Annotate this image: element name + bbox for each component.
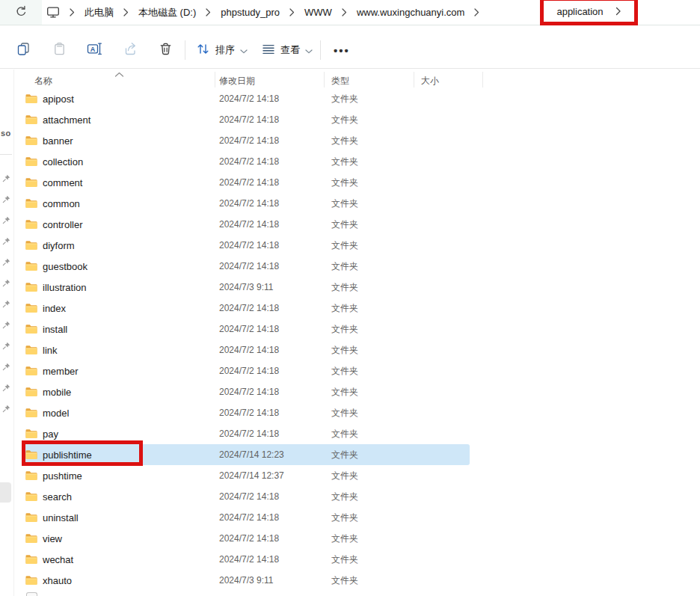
pin-icon [0, 230, 12, 251]
file-date: 2024/7/3 9:11 [215, 575, 324, 586]
sidebar-pins [0, 168, 12, 419]
address-bar: 此电脑 本地磁盘 (D:) phpstudy_pro WWW www.wuxin… [0, 0, 700, 25]
column-header-type[interactable]: 类型 [331, 75, 349, 87]
file-name: pushtime [43, 470, 82, 482]
column-resize-handle[interactable] [324, 72, 325, 87]
copy-button[interactable] [8, 35, 38, 65]
breadcrumb-item[interactable]: 此电脑 [85, 6, 114, 19]
table-row[interactable]: view 2024/7/2 14:18 文件夹 [22, 528, 470, 549]
table-row[interactable]: comment 2024/7/2 14:18 文件夹 [22, 172, 470, 193]
column-header-date[interactable]: 修改日期 [219, 75, 255, 87]
table-row[interactable]: link 2024/7/2 14:18 文件夹 [22, 340, 470, 360]
file-name: apipost [43, 93, 74, 105]
column-resize-handle[interactable] [414, 72, 414, 87]
column-resize-handle[interactable] [215, 72, 215, 87]
breadcrumb-item[interactable]: WWW [304, 7, 332, 18]
rename-icon: A [87, 42, 102, 58]
chevron-right-icon [342, 8, 347, 16]
share-button[interactable] [115, 35, 145, 65]
view-dropdown-button[interactable]: 查看 [257, 35, 317, 65]
table-row[interactable]: xhauto 2024/7/3 9:11 文件夹 [22, 570, 470, 591]
file-name: wechat [43, 554, 73, 565]
file-type: 文件夹 [324, 323, 414, 336]
file-type: 文件夹 [324, 239, 414, 252]
file-date: 2024/7/2 14:18 [215, 240, 324, 251]
table-row[interactable]: member 2024/7/2 14:18 文件夹 [22, 360, 470, 381]
folder-icon [25, 366, 37, 376]
breadcrumb-item[interactable]: phpstudy_pro [221, 7, 280, 18]
file-type: 文件夹 [324, 491, 414, 503]
column-header-row: 名称 修改日期 类型 大小 [0, 70, 700, 90]
file-date: 2024/7/2 14:18 [215, 533, 324, 544]
sort-dropdown-button[interactable]: 排序 [191, 35, 252, 65]
table-row[interactable]: common 2024/7/2 14:18 文件夹 [22, 193, 470, 214]
table-row[interactable]: illustration 2024/7/3 9:11 文件夹 [22, 277, 470, 298]
column-header-name[interactable]: 名称 [34, 75, 52, 87]
folder-icon [25, 177, 37, 188]
pin-icon [0, 398, 12, 419]
paste-button[interactable] [44, 35, 74, 65]
folder-icon [25, 428, 37, 439]
file-name: member [43, 366, 79, 377]
table-row[interactable]: collection 2024/7/2 14:18 文件夹 [22, 151, 470, 172]
table-row[interactable]: pushtime 2024/7/14 12:37 文件夹 [22, 465, 470, 486]
folder-icon [25, 408, 37, 418]
pin-icon [0, 168, 12, 188]
refresh-button[interactable] [10, 2, 31, 23]
table-row[interactable]: controller 2024/7/2 14:18 文件夹 [22, 214, 470, 235]
table-row[interactable]: install 2024/7/2 14:18 文件夹 [22, 319, 470, 340]
share-icon [123, 42, 138, 58]
chevron-right-icon [474, 8, 479, 16]
partial-file-icon [26, 592, 37, 596]
navigation-pane-sliver: so [0, 70, 13, 596]
sort-ascending-icon [114, 67, 124, 81]
more-options-button[interactable]: ••• [327, 35, 357, 65]
toolbar: A [0, 25, 700, 69]
file-date: 2024/7/14 12:37 [215, 470, 324, 481]
nav-selected-item-sliver[interactable] [0, 482, 11, 503]
toolbar-separator [185, 40, 185, 60]
folder-icon [25, 470, 37, 481]
table-row[interactable]: diyform 2024/7/2 14:18 文件夹 [22, 235, 470, 256]
rename-button[interactable]: A [79, 35, 109, 65]
table-row[interactable]: search 2024/7/2 14:18 文件夹 [22, 486, 470, 507]
file-type: 文件夹 [324, 574, 414, 587]
folder-icon [25, 114, 37, 125]
delete-icon [159, 42, 173, 58]
folder-icon [25, 261, 37, 271]
table-row[interactable]: mobile 2024/7/2 14:18 文件夹 [22, 381, 470, 402]
folder-icon [25, 387, 37, 397]
chevron-right-icon[interactable] [615, 7, 621, 16]
folder-icon [25, 533, 37, 544]
this-pc-icon [46, 6, 60, 19]
file-list: apipost 2024/7/2 14:18 文件夹 attachment 20… [22, 88, 470, 591]
folder-icon [25, 512, 37, 523]
file-date: 2024/7/2 14:18 [215, 198, 324, 209]
file-type: 文件夹 [324, 260, 414, 273]
file-type: 文件夹 [324, 156, 414, 168]
table-row[interactable]: uninstall 2024/7/2 14:18 文件夹 [22, 507, 470, 528]
file-date: 2024/7/14 12:23 [215, 449, 324, 460]
breadcrumb-item-application[interactable]: application [556, 6, 603, 17]
column-resize-handle[interactable] [482, 72, 483, 87]
table-row[interactable]: index 2024/7/2 14:18 文件夹 [22, 298, 470, 319]
red-annotation-box-publishtime [22, 440, 143, 466]
file-type: 文件夹 [324, 135, 414, 147]
refresh-icon [15, 5, 28, 20]
folder-icon [25, 303, 37, 313]
table-row[interactable]: attachment 2024/7/2 14:18 文件夹 [22, 109, 470, 130]
breadcrumb-item[interactable]: www.wuxingchuanyi.com [357, 7, 465, 18]
breadcrumb-item[interactable]: 本地磁盘 (D:) [138, 6, 196, 19]
table-row[interactable]: guestbook 2024/7/2 14:18 文件夹 [22, 256, 470, 277]
table-row[interactable]: model 2024/7/2 14:18 文件夹 [22, 402, 470, 423]
delete-button[interactable] [150, 35, 180, 65]
file-name: collection [43, 156, 83, 168]
file-type: 文件夹 [324, 449, 414, 461]
file-date: 2024/7/2 14:18 [215, 366, 324, 376]
pin-icon [0, 377, 12, 398]
file-type: 文件夹 [324, 302, 414, 315]
table-row[interactable]: wechat 2024/7/2 14:18 文件夹 [22, 549, 470, 570]
table-row[interactable]: banner 2024/7/2 14:18 文件夹 [22, 130, 470, 151]
table-row[interactable]: apipost 2024/7/2 14:18 文件夹 [22, 88, 470, 109]
column-header-size[interactable]: 大小 [421, 75, 439, 87]
